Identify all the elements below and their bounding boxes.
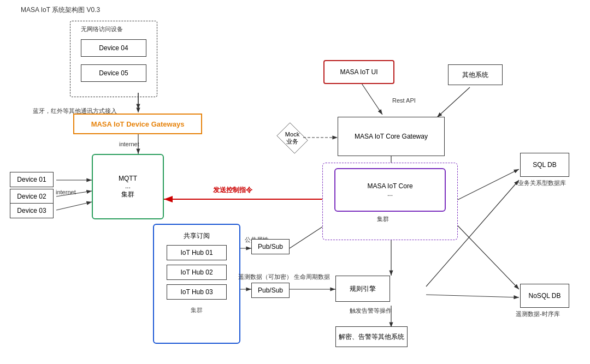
mqtt-label: MQTT	[119, 175, 137, 182]
trigger-label: 触发告警等操作	[350, 307, 392, 315]
mqtt-cluster-label: 集群	[121, 190, 134, 199]
iot-hub-cluster: 共享订阅 IoT Hub 01 IoT Hub 02 IoT Hub 03 集群	[153, 224, 240, 344]
masa-iot-device-gateways: MASA IoT Device Gateways	[73, 114, 202, 134]
mqtt-cluster: MQTT ... 集群	[92, 154, 164, 219]
share-subscribe-label: 共享订阅	[184, 231, 210, 241]
masa-iot-core-dots: ...	[387, 190, 393, 198]
sql-label: 业务关系型数据库	[518, 179, 566, 187]
device04-box: Device 04	[81, 39, 146, 57]
nosql-db: NoSQL DB	[520, 284, 569, 308]
masa-iot-core-gateway: MASA IoT Core Gateway	[338, 117, 445, 156]
decrypt-systems: 解密、告警等其他系统	[335, 326, 408, 347]
mock-diamond: Mock 业务	[273, 124, 311, 152]
device02-box: Device 02	[10, 189, 54, 204]
rest-api-label: Rest API	[392, 97, 416, 104]
nosql-label: 遥测数据-时序库	[516, 310, 560, 318]
masa-iot-core-cluster-label: 集群	[377, 215, 389, 223]
svg-line-22	[426, 295, 519, 297]
iot-hub02-box: IoT Hub 02	[167, 265, 227, 280]
telemetry-label: 遥测数据（可加密） 生命周期数据	[238, 273, 330, 281]
masa-iot-core: MASA IoT Core ...	[334, 168, 446, 212]
device03-box: Device 03	[10, 203, 54, 218]
sql-db: SQL DB	[520, 153, 569, 177]
pubsub1-box: Pub/Sub	[251, 239, 290, 254]
rules-engine: 规则引擎	[335, 276, 390, 302]
device05-box: Device 05	[81, 64, 146, 82]
svg-line-16	[361, 82, 382, 115]
svg-line-6	[56, 202, 92, 210]
internet-label2: internet	[56, 189, 76, 195]
svg-line-17	[437, 87, 470, 117]
svg-line-20	[448, 216, 519, 289]
iot-hub03-box: IoT Hub 03	[167, 284, 227, 300]
other-systems-top: 其他系统	[448, 64, 503, 85]
diagram-title: MASA IoT 系统架构图 V0.3	[21, 5, 100, 15]
iot-hub01-box: IoT Hub 01	[167, 245, 227, 260]
pubsub2-box: Pub/Sub	[251, 283, 290, 298]
device01-box: Device 01	[10, 172, 54, 187]
internet-label1: internet	[119, 141, 139, 147]
no-network-label: 无网络访问设备	[81, 25, 123, 33]
send-control-label: 发送控制指令	[213, 186, 252, 195]
mqtt-dots: ...	[125, 182, 131, 190]
svg-line-19	[448, 169, 519, 205]
masa-iot-ui: MASA IoT UI	[323, 60, 394, 84]
masa-iot-core-label: MASA IoT Core	[367, 182, 412, 190]
iot-cluster-label: 集群	[191, 306, 203, 314]
